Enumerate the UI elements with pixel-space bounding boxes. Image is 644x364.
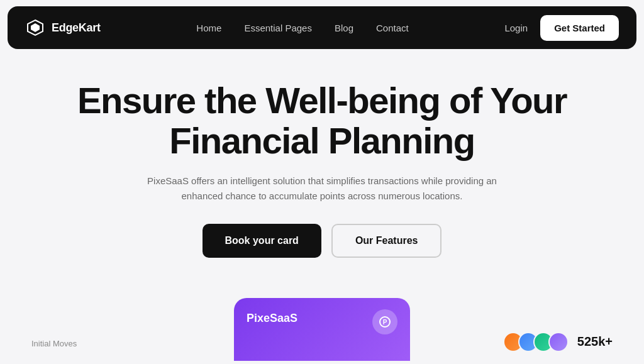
nav-home[interactable]: Home [196, 23, 221, 33]
get-started-button[interactable]: Get Started [540, 15, 619, 41]
svg-marker-1 [31, 23, 40, 32]
initial-moves-label: Initial Moves [31, 339, 77, 348]
card-logo-circle: P [372, 309, 397, 334]
card-name: PixeSaaS [247, 312, 297, 325]
login-button[interactable]: Login [504, 23, 528, 33]
logo-text: EdgeKart [52, 21, 101, 35]
edgekart-logo-icon [25, 18, 45, 38]
bottom-section: Initial Moves PixeSaaS P 525k+ [0, 298, 644, 361]
hero-section: Ensure the Well-being of Your Financial … [0, 55, 644, 298]
book-card-button[interactable]: Book your card [203, 224, 321, 258]
svg-text:P: P [383, 319, 387, 326]
hero-title: Ensure the Well-being of Your Financial … [77, 80, 567, 161]
navbar: EdgeKart Home Essential Pages Blog Conta… [8, 6, 636, 49]
hero-subtitle: PixeSaaS offers an intelligent solution … [146, 174, 498, 204]
avatar-4 [548, 332, 569, 352]
nav-blog[interactable]: Blog [335, 23, 353, 33]
stats-number: 525k+ [577, 334, 613, 349]
our-features-button[interactable]: Our Features [331, 224, 442, 258]
nav-contact[interactable]: Contact [376, 23, 409, 33]
right-stats-area: 525k+ [503, 332, 613, 352]
hero-buttons: Book your card Our Features [13, 224, 631, 258]
navbar-logo-area: EdgeKart [25, 18, 101, 38]
navbar-nav-links: Home Essential Pages Blog Contact [196, 23, 408, 33]
nav-essential-pages[interactable]: Essential Pages [244, 23, 312, 33]
navbar-actions: Login Get Started [504, 15, 619, 41]
avatar-stack [503, 332, 569, 352]
purple-card: PixeSaaS P [234, 298, 410, 361]
